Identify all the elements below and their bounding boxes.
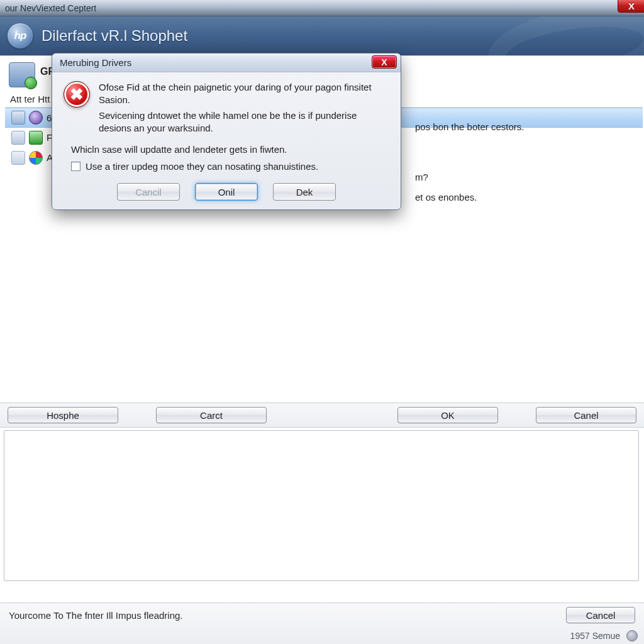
main-button-bar: Hosphe Carct OK Canel (0, 402, 644, 428)
dialog-message-line: Ofose Fid at the chein paignetic your da… (99, 81, 389, 106)
item-tail: m? (415, 172, 428, 182)
checkbox-icon[interactable] (71, 162, 80, 171)
error-icon: ✖ (64, 81, 90, 108)
window-title: our NevViexted Ceptert (4, 3, 96, 13)
clock-text: 1957 Semue (570, 631, 620, 641)
carct-button[interactable]: Carct (156, 407, 267, 423)
lower-panel (4, 430, 639, 581)
ok-button[interactable]: OK (397, 407, 498, 423)
item-icon (29, 151, 43, 165)
dialog-secondary-text: Whicln sase will updatte and lendeter ge… (52, 140, 401, 155)
item-tail: et os enonbes. (415, 192, 477, 203)
item-icon (11, 111, 25, 125)
checkbox-label: Use a tirer updeg mooe they can nosating… (86, 161, 318, 172)
hp-logo-icon: hp (8, 23, 33, 48)
dialog-cancil-button: Cancil (117, 183, 180, 201)
dialog-title: Merubing Drivers (60, 57, 131, 68)
footer: Yourcome To The fnter Ill Impus fleadrin… (0, 602, 644, 644)
dialog-message-line: Sevicening dntowet the while hamel one b… (99, 109, 389, 134)
dialog-dek-button[interactable]: Dek (273, 183, 336, 201)
item-icon (29, 111, 43, 125)
heading-device-icon (9, 62, 35, 87)
dialog-button-row: Cancil Onil Dek (52, 172, 401, 201)
dialog-titlebar: Merubing Drivers X (52, 53, 401, 72)
dialog-message: Ofose Fid at the chein paignetic your da… (99, 81, 389, 138)
banner-title: Dilerfact vR.l Shophet (42, 27, 187, 45)
hp-logo-text: hp (14, 30, 26, 42)
banner-decoration (482, 16, 644, 55)
footer-cancel-button[interactable]: Cancel (566, 607, 635, 623)
merubing-drivers-dialog: Merubing Drivers X ✖ Ofose Fid at the ch… (52, 53, 401, 210)
close-icon: X (381, 57, 387, 67)
heading-tail: pos bon the boter cestors. (415, 121, 524, 132)
dialog-close-button[interactable]: X (372, 55, 397, 69)
window-titlebar: our NevViexted Ceptert X (0, 0, 644, 16)
item-icon (11, 151, 25, 165)
window-close-button[interactable]: X (618, 0, 644, 13)
close-icon: X (628, 1, 635, 11)
system-tray: 1957 Semue (570, 630, 638, 641)
dialog-checkbox-row[interactable]: Use a tirer updeg mooe they can nosating… (52, 155, 401, 172)
globe-icon (626, 630, 638, 641)
item-icon (11, 131, 25, 145)
dialog-onil-button[interactable]: Onil (195, 183, 258, 201)
status-text: Yourcome To The fnter Ill Impus fleadrin… (9, 610, 183, 621)
hosphe-button[interactable]: Hosphe (8, 407, 118, 423)
canel-button[interactable]: Canel (536, 407, 636, 423)
item-icon (29, 131, 43, 145)
app-banner: hp Dilerfact vR.l Shophet (0, 16, 644, 55)
